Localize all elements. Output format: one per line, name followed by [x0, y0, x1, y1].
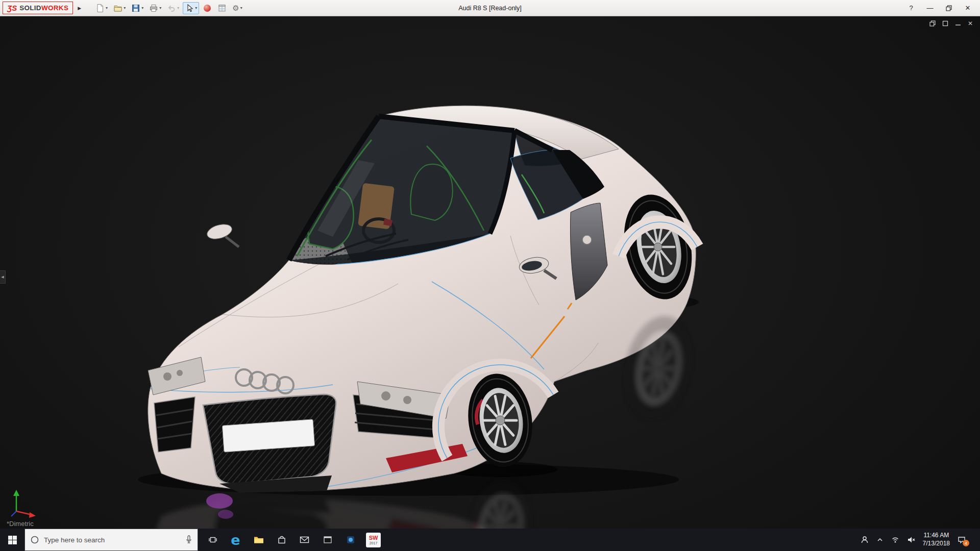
car-model[interactable]: [148, 106, 701, 493]
save-button[interactable]: ▾: [129, 2, 145, 14]
open-caret[interactable]: ▾: [124, 6, 126, 10]
solidworks-logo-icon: ƷS: [7, 4, 17, 12]
doc-restore-icon[interactable]: [929, 20, 936, 27]
triad-z-axis: [11, 511, 16, 516]
brand-solid: SOLID: [19, 4, 41, 12]
window-title: Audi R8 S [Read-only]: [458, 5, 522, 12]
task-view-icon: [208, 535, 217, 544]
clock-time: 11:46 AM: [923, 532, 950, 540]
triad-y-axis: [13, 490, 19, 496]
notification-badge: 4: [963, 540, 969, 546]
brand-works: WORKS: [41, 4, 68, 12]
file-explorer-icon: [254, 535, 264, 544]
store-icon: [277, 535, 286, 544]
save-icon: [131, 4, 140, 13]
graphics-viewport[interactable]: ✕ ◀ *Dimetric: [0, 16, 980, 529]
speaker-muted-icon: [907, 536, 915, 544]
solidworks-2017-icon: SW 2017: [366, 533, 381, 547]
taskbar-search[interactable]: [24, 529, 198, 551]
open-button[interactable]: ▾: [111, 2, 128, 14]
system-tray: 11:46 AM 7/13/2018 4: [861, 529, 980, 551]
reflection-artifact: [206, 493, 233, 509]
taskbar-app-file-explorer[interactable]: [247, 529, 270, 551]
save-caret[interactable]: ▾: [141, 6, 143, 10]
open-folder-icon: [113, 4, 122, 13]
taskbar: e: [0, 529, 980, 551]
feature-manager-collapse-tab[interactable]: ◀: [0, 270, 6, 284]
solidworks-wordmark: SOLIDWORKS: [19, 5, 68, 12]
gear-icon: ⚙: [232, 4, 239, 12]
print-caret[interactable]: ▾: [159, 6, 161, 10]
taskbar-app-command-prompt[interactable]: [316, 529, 339, 551]
print-button[interactable]: ▾: [147, 2, 163, 14]
taskbar-app-solidworks-2017[interactable]: SW 2017: [362, 529, 385, 551]
appearance-sphere-icon: [203, 4, 212, 13]
left-mirror: [205, 222, 239, 247]
clock-date: 7/13/2018: [923, 540, 950, 548]
reference-triad[interactable]: [7, 482, 43, 519]
3d-model-canvas[interactable]: [0, 16, 980, 529]
network-tray-button[interactable]: [891, 536, 899, 544]
wifi-icon: [891, 536, 899, 544]
quick-access-toolbar: ▾ ▾ ▾ ▾: [93, 2, 246, 14]
search-input[interactable]: [44, 536, 181, 544]
help-button[interactable]: ?: [907, 4, 915, 12]
taskbar-app-media[interactable]: [339, 529, 362, 551]
action-center-button[interactable]: 4: [958, 536, 966, 544]
triad-x-axis: [29, 512, 36, 518]
new-document-caret[interactable]: ▾: [106, 6, 108, 10]
taskbar-apps: e: [201, 529, 385, 551]
restore-icon: [946, 5, 952, 11]
titlebar: ƷS SOLIDWORKS ▶ ▾ ▾ ▾: [0, 0, 980, 16]
select-caret[interactable]: ▾: [195, 6, 197, 10]
options-caret[interactable]: ▾: [240, 6, 242, 10]
cortana-icon: [30, 535, 39, 544]
people-tray-button[interactable]: [861, 536, 869, 544]
solidworks-logo: ƷS SOLIDWORKS: [3, 2, 73, 14]
menu-flyout-arrow[interactable]: ▶: [78, 6, 81, 11]
taskbar-clock[interactable]: 11:46 AM 7/13/2018: [923, 532, 950, 547]
task-view-button[interactable]: [201, 529, 224, 551]
volume-tray-button[interactable]: [907, 536, 915, 544]
windows-logo-icon: [8, 536, 17, 544]
view-orientation-label: *Dimetric: [7, 520, 34, 528]
window-controls: ? — ✕: [907, 4, 980, 12]
select-tool-button[interactable]: ▾: [183, 2, 199, 14]
print-icon: [149, 4, 158, 13]
taskbar-app-store[interactable]: [270, 529, 293, 551]
microphone-icon[interactable]: [185, 535, 192, 545]
media-app-icon: [346, 535, 355, 544]
close-button[interactable]: ✕: [964, 4, 972, 12]
design-table-button[interactable]: [215, 2, 229, 14]
mail-icon: [300, 536, 309, 544]
chevron-up-icon: [876, 536, 884, 543]
person-icon: [861, 536, 869, 544]
doc-maximize-icon[interactable]: [942, 20, 948, 27]
command-prompt-icon: [323, 535, 332, 544]
start-button[interactable]: [0, 529, 24, 551]
options-button[interactable]: ⚙ ▾: [230, 2, 244, 14]
doc-close-icon[interactable]: ✕: [968, 20, 973, 27]
undo-icon: [167, 4, 176, 13]
minimize-button[interactable]: —: [926, 4, 934, 12]
fuel-cap: [582, 235, 592, 244]
design-table-icon: [217, 4, 227, 13]
taskbar-app-mail[interactable]: [293, 529, 316, 551]
select-cursor-icon: [185, 4, 194, 13]
restore-button[interactable]: [945, 5, 953, 11]
undo-button[interactable]: ▾: [165, 2, 181, 14]
appearance-button[interactable]: [201, 2, 214, 14]
undo-caret[interactable]: ▾: [177, 6, 179, 10]
edge-icon: e: [231, 533, 240, 547]
taskbar-app-edge[interactable]: e: [224, 529, 247, 551]
new-document-icon: [95, 4, 105, 13]
new-document-button[interactable]: ▾: [93, 2, 110, 14]
show-hidden-icons-button[interactable]: [876, 536, 884, 543]
document-window-controls: ✕: [929, 20, 973, 27]
doc-minimize-icon[interactable]: [955, 20, 961, 27]
